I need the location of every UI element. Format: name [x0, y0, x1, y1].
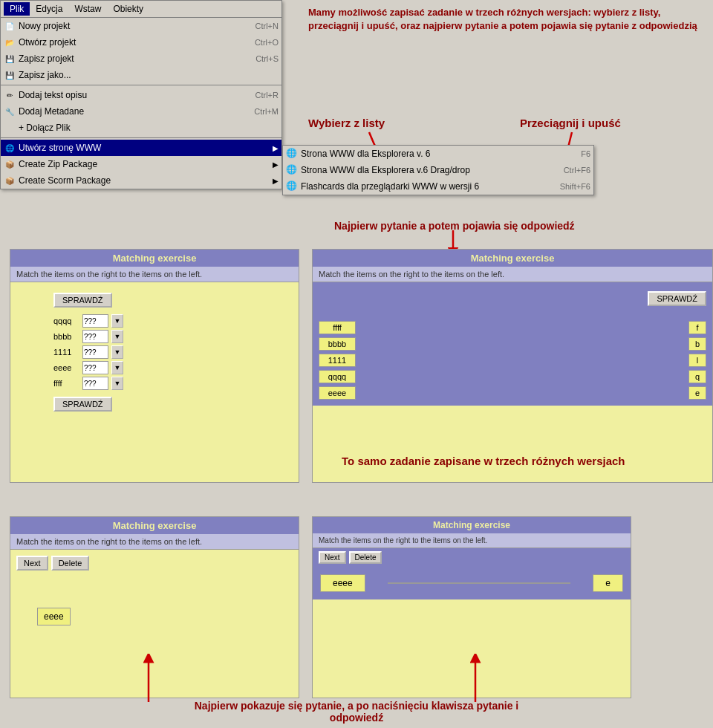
ex1-input-1111[interactable] — [82, 345, 108, 359]
drag-item-ffff[interactable]: ffff — [319, 321, 356, 334]
menu-dodaj-metadane[interactable]: 🔧 Dodaj Metadane Ctrl+M — [1, 103, 281, 120]
ex3-subheader: Match the items on the right to the item… — [10, 534, 299, 550]
ex1-body: SPRAWDŹ qqqq ▼ bbbb ▼ 1111 ▼ eeee ▼ ffff… — [10, 282, 299, 422]
save-icon: 💾 — [4, 53, 16, 65]
annotation-bottom: Najpierw pokazuje się pytanie, a po naci… — [178, 700, 535, 724]
ex1-label-eeee: eeee — [53, 363, 79, 372]
ex1-dropdown-ffff[interactable]: ▼ — [111, 377, 123, 390]
ex4-next-btn[interactable]: Next — [319, 551, 346, 564]
submenu: 🌐 Strona WWW dla Eksplorera v. 6 F6 🌐 St… — [282, 145, 594, 195]
ex4-delete-btn[interactable]: Delete — [349, 551, 382, 564]
text-icon: ✏ — [4, 89, 16, 101]
submenu-item-1[interactable]: 🌐 Strona WWW dla Eksplorera v. 6 F6 — [283, 146, 593, 162]
drag-item-qqqq[interactable]: qqqq — [319, 370, 356, 383]
ex2-header: Matching exercise — [313, 250, 712, 267]
ex3-buttons: Next Delete — [16, 556, 293, 571]
menu-create-zip[interactable]: 📦 Create Zip Package ▶ — [1, 156, 281, 172]
menu-nowy-projekt[interactable]: 📄 Nowy projekt Ctrl+N — [1, 18, 281, 34]
ex3-header: Matching exercise — [10, 517, 299, 534]
menu-plik[interactable]: Plik — [4, 2, 30, 16]
ex1-subheader: Match the items on the right to the item… — [10, 267, 299, 282]
drag-item-eeee[interactable]: eeee — [319, 386, 356, 400]
ex1-dropdown-eeee[interactable]: ▼ — [111, 361, 123, 374]
meta-icon: 🔧 — [4, 105, 16, 117]
drop-item-e[interactable]: e — [688, 386, 706, 400]
ex4-buttons: Next Delete — [313, 548, 631, 567]
ex1-dropdown-bbbb[interactable]: ▼ — [111, 330, 123, 343]
ex1-dropdown-qqqq[interactable]: ▼ — [111, 314, 123, 328]
ex1-row-3: 1111 ▼ — [53, 345, 293, 359]
submenu-arrow: ▶ — [273, 144, 279, 152]
ex3-delete-btn[interactable]: Delete — [51, 556, 90, 571]
annotation-tosamo: To samo zadanie zapisane w trzech różnyc… — [342, 453, 625, 469]
drop-item-q[interactable]: q — [688, 370, 706, 383]
submenu-icon-3: 🌐 — [286, 181, 298, 192]
saveas-icon: 💾 — [4, 69, 16, 81]
ex4-subheader: Match the items on the right to the item… — [313, 533, 631, 548]
ex4-right-item: e — [593, 574, 623, 592]
web-icon: 🌐 — [4, 142, 16, 154]
ex1-sprawdz-btn-bottom[interactable]: SPRAWDŹ — [53, 397, 112, 412]
menu-wstaw[interactable]: Wstaw — [68, 2, 107, 16]
ex1-header: Matching exercise — [10, 250, 299, 267]
ex1-label-bbbb: bbbb — [53, 332, 79, 341]
ex1-sprawdz-btn[interactable]: SPRAWDŹ — [53, 293, 112, 308]
ex1-label-qqqq: qqqq — [53, 316, 79, 325]
ex3-shown-item: eeee — [37, 608, 71, 625]
ex1-input-ffff[interactable] — [82, 377, 108, 390]
submenu-item-3[interactable]: 🌐 Flashcards dla przeglądarki WWW w wers… — [283, 178, 593, 195]
ex2-sprawdz-btn[interactable]: SPRAWDŹ — [648, 291, 706, 306]
ex4-left-item: eeee — [320, 574, 365, 592]
ex2-sprawdz-row: SPRAWDŹ — [313, 282, 712, 315]
ex1-label-ffff: ffff — [53, 379, 79, 388]
drag-item-1111[interactable]: 1111 — [319, 354, 356, 367]
menu-dodaj-tekst[interactable]: ✏ Dodaj tekst opisu Ctrl+R — [1, 87, 281, 103]
separator-2 — [1, 137, 281, 138]
menu-container: Plik Edycja Wstaw Obiekty 📄 Nowy projekt… — [0, 0, 282, 189]
menu-zapisz-jako[interactable]: 💾 Zapisz jako... — [1, 67, 281, 83]
annotation-najpierw: Najpierw pytanie a potem pojawia się odp… — [334, 219, 575, 234]
menu-items: 📄 Nowy projekt Ctrl+N 📂 Otwórz projekt C… — [1, 18, 281, 189]
menu-edycja[interactable]: Edycja — [30, 2, 68, 16]
separator-1 — [1, 85, 281, 85]
new-icon: 📄 — [4, 20, 16, 32]
drop-item-b[interactable]: b — [688, 337, 706, 351]
drop-item-l[interactable]: l — [688, 354, 706, 367]
menu-zapisz-projekt[interactable]: 💾 Zapisz projekt Ctrl+S — [1, 51, 281, 67]
ex1-dropdown-1111[interactable]: ▼ — [111, 345, 123, 359]
submenu-item-2[interactable]: 🌐 Strona WWW dla Eksplorera v.6 Drag/dro… — [283, 162, 593, 178]
ex4-header: Matching exercise — [313, 517, 631, 533]
drop-item-f[interactable]: f — [688, 321, 706, 334]
ex1-row-5: ffff ▼ — [53, 377, 293, 390]
menu-create-scorm[interactable]: 📦 Create Scorm Package ▶ — [1, 172, 281, 189]
zip-arrow: ▶ — [273, 160, 279, 169]
submenu-icon-2: 🌐 — [286, 164, 298, 176]
ex1-input-eeee[interactable] — [82, 361, 108, 374]
ex1-label-1111: 1111 — [53, 348, 79, 357]
ex1-row-2: bbbb ▼ — [53, 330, 293, 343]
ex1-row-4: eeee ▼ — [53, 361, 293, 374]
drag-item-bbbb[interactable]: bbbb — [319, 337, 356, 351]
annotation-wybierz: Wybierz z listy — [308, 115, 385, 131]
ex2-right-column: f b l q e — [688, 321, 706, 400]
zip-icon: 📦 — [4, 158, 16, 170]
submenu-icon-1: 🌐 — [286, 148, 298, 160]
menu-otworz-projekt[interactable]: 📂 Otwórz projekt Ctrl+O — [1, 34, 281, 51]
ex1-row-1: qqqq ▼ — [53, 314, 293, 328]
ex2-body: ffff bbbb 1111 qqqq eeee f b l q e — [313, 315, 712, 406]
ex1-input-qqqq[interactable] — [82, 314, 108, 328]
ex2-subheader: Match the items on the right to the item… — [313, 267, 712, 282]
annotation-przeciagnij: Przeciągnij i upuść — [520, 115, 621, 131]
menu-utworz-strone[interactable]: 🌐 Utwórz stronę WWW ▶ — [1, 140, 281, 156]
scorm-arrow: ▶ — [273, 177, 279, 185]
exercise-1: Matching exercise Match the items on the… — [10, 249, 299, 483]
menu-dolacz-plik[interactable]: + Dołącz Plik — [1, 120, 281, 136]
ex3-next-btn[interactable]: Next — [16, 556, 48, 571]
exercise-3: Matching exercise Match the items on the… — [10, 516, 299, 698]
open-icon: 📂 — [4, 36, 16, 48]
exercise-2: Matching exercise Match the items on the… — [312, 249, 713, 483]
menu-obiekty[interactable]: Obiekty — [107, 2, 149, 16]
menu-bar: Plik Edycja Wstaw Obiekty — [1, 1, 281, 18]
annotation-top: Mamy możliwość zapisać zadanie w trzech … — [308, 6, 709, 33]
ex1-input-bbbb[interactable] — [82, 330, 108, 343]
